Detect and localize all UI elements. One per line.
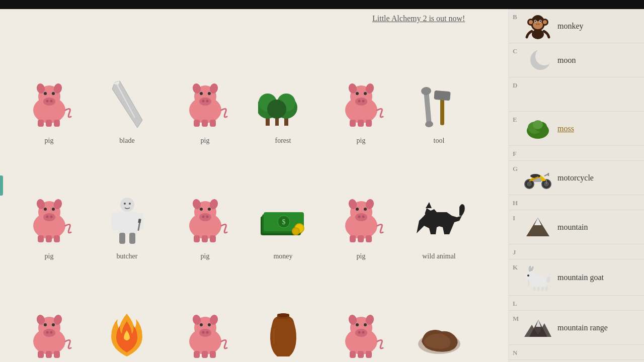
element-tool1[interactable]: tool xyxy=(400,39,478,155)
sidebar-letter-f: F xyxy=(513,150,517,158)
svg-rect-51 xyxy=(434,90,450,101)
svg-point-6 xyxy=(52,92,55,95)
element-pig2[interactable]: pig xyxy=(166,39,244,155)
svg-point-58 xyxy=(52,208,55,211)
sidebar-item-mouse[interactable]: O xyxy=(509,360,644,362)
svg-rect-84 xyxy=(202,235,208,242)
element-fire1[interactable]: fire xyxy=(88,270,166,362)
svg-point-166 xyxy=(533,120,543,129)
forest1-label: forest xyxy=(275,137,291,145)
sidebar-item-mountain[interactable]: I mountain xyxy=(509,210,644,244)
sidebar-letter-i: I xyxy=(513,214,515,222)
svg-rect-44 xyxy=(350,120,356,127)
svg-rect-11 xyxy=(54,120,60,127)
mud1-icon xyxy=(412,309,467,362)
svg-point-115 xyxy=(52,323,55,326)
svg-point-171 xyxy=(530,174,540,178)
pig1-icon xyxy=(22,77,77,133)
sidebar-letter-k: K xyxy=(513,263,518,272)
svg-point-76 xyxy=(199,213,211,221)
mountain-label: mountain xyxy=(557,223,588,232)
main-area: Little Alchemy 2 is out now! xyxy=(0,9,508,362)
svg-point-5 xyxy=(44,92,47,95)
motorcycle-label: motorcycle xyxy=(557,173,594,183)
moss-label: moss xyxy=(557,124,574,133)
element-wildanimal1[interactable]: wild animal xyxy=(400,155,478,270)
svg-point-73 xyxy=(129,203,131,205)
sidebar-letter-h: H xyxy=(513,199,518,207)
element-pig9[interactable]: pig xyxy=(322,270,400,362)
svg-point-159 xyxy=(538,24,539,25)
tool1-label: tool xyxy=(434,137,445,145)
svg-point-2 xyxy=(43,98,55,106)
sidebar-item-mountain-goat[interactable]: K mountain xyxy=(509,259,644,296)
pig5-icon xyxy=(178,193,233,248)
pig5-label: pig xyxy=(201,252,210,260)
element-pig5[interactable]: pig xyxy=(166,155,244,270)
svg-point-77 xyxy=(202,216,204,218)
svg-point-168 xyxy=(527,182,532,187)
svg-rect-146 xyxy=(366,351,372,358)
svg-point-156 xyxy=(534,21,536,22)
sidebar-item-moss[interactable]: E moss xyxy=(509,112,644,146)
sidebar: B xyxy=(508,9,644,362)
element-forest1[interactable]: forest xyxy=(244,39,322,155)
svg-point-78 xyxy=(206,216,208,218)
announcement-banner[interactable]: Little Alchemy 2 is out now! xyxy=(372,14,465,23)
element-pig1[interactable]: pig xyxy=(10,39,88,155)
mountain-range-label: mountain range xyxy=(557,323,608,332)
svg-rect-131 xyxy=(202,351,208,358)
svg-point-49 xyxy=(425,121,433,127)
pig8-icon xyxy=(178,309,233,362)
svg-point-141 xyxy=(364,323,367,326)
pig2-label: pig xyxy=(201,137,210,145)
element-blade1[interactable]: blade xyxy=(88,39,166,155)
sidebar-letter-m: M xyxy=(513,315,519,323)
element-pig6[interactable]: pig xyxy=(322,155,400,270)
moon-icon xyxy=(524,46,551,74)
pig3-icon xyxy=(334,77,389,133)
svg-rect-105 xyxy=(358,235,364,242)
sidebar-letter-n: N xyxy=(513,349,517,357)
svg-point-113 xyxy=(50,331,52,334)
elements-grid: pig blade xyxy=(10,39,478,362)
svg-point-64 xyxy=(120,198,134,212)
svg-rect-26 xyxy=(210,120,216,127)
element-mud1[interactable]: mud xyxy=(400,270,478,362)
svg-point-157 xyxy=(539,21,541,22)
svg-point-99 xyxy=(362,216,364,218)
svg-point-114 xyxy=(44,323,47,326)
announcement-text: Little Alchemy 2 is out now! xyxy=(372,14,465,23)
sidebar-letter-b: B xyxy=(513,13,517,21)
svg-point-17 xyxy=(199,98,211,106)
element-pig8[interactable]: pig xyxy=(166,270,244,362)
svg-point-40 xyxy=(356,92,359,95)
mountain-goat-label: mountain goat xyxy=(557,273,604,282)
sidebar-letter-l: L xyxy=(513,300,517,308)
svg-point-180 xyxy=(525,271,536,282)
svg-rect-65 xyxy=(117,212,137,234)
element-pig7[interactable]: pig xyxy=(10,270,88,362)
element-butcher1[interactable]: butcher xyxy=(88,155,166,270)
sidebar-item-mountain-range[interactable]: M mountain range xyxy=(509,311,644,345)
mountain-goat-icon xyxy=(524,263,551,291)
svg-point-79 xyxy=(200,208,203,211)
svg-point-54 xyxy=(43,213,55,221)
sidebar-letter-e: E xyxy=(513,116,517,124)
sidebar-letter-j: J xyxy=(513,248,516,256)
svg-point-41 xyxy=(364,92,367,95)
svg-rect-46 xyxy=(366,120,372,127)
svg-point-139 xyxy=(362,331,364,334)
pig9-icon xyxy=(334,309,389,362)
svg-point-48 xyxy=(421,86,431,96)
svg-point-4 xyxy=(50,100,52,103)
element-money1[interactable]: $ money xyxy=(244,155,322,270)
svg-rect-118 xyxy=(38,351,44,358)
svg-point-55 xyxy=(46,216,48,218)
element-pig4[interactable]: pig xyxy=(10,155,88,270)
element-pottery1[interactable]: pottery xyxy=(244,270,322,362)
element-pig3[interactable]: pig xyxy=(322,39,400,155)
sidebar-letter-g: G xyxy=(513,165,518,173)
sidebar-item-motorcycle[interactable]: G xyxy=(509,161,644,195)
svg-rect-182 xyxy=(533,287,536,291)
